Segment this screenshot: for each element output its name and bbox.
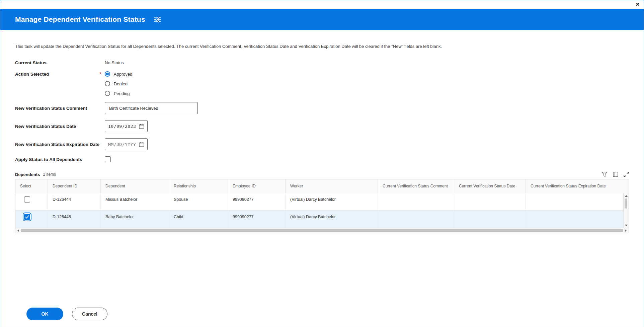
radio-unselected-icon[interactable] [105, 81, 110, 86]
manage-dependent-verification-dialog: ✕ Manage Dependent Verification Status T… [0, 0, 644, 327]
scroll-right-icon[interactable] [623, 228, 628, 233]
expand-grid-icon[interactable] [624, 172, 629, 177]
scroll-up-icon[interactable] [624, 193, 629, 198]
calendar-icon[interactable] [139, 142, 144, 147]
radio-denied-label: Denied [114, 81, 128, 86]
required-asterisk: * [99, 71, 101, 77]
cell-dependent: Baby Batchelor [101, 211, 169, 228]
freeze-columns-icon[interactable] [613, 172, 618, 177]
radio-approved-label: Approved [114, 72, 133, 77]
action-selected-field: Action Selected * Approved Denied Pendin… [15, 71, 629, 96]
new-expiration-date-input[interactable]: MM/DD/YYYY [105, 138, 148, 150]
new-status-date-field: New Verification Status Date 10/09/2023 [15, 120, 629, 132]
row-select-cell [15, 211, 48, 228]
ok-button[interactable]: OK [26, 308, 63, 320]
table-row[interactable]: D-126444 Missus Batchelor Spouse 9990902… [15, 193, 623, 211]
new-expiration-date-field: New Verification Status Expiration Date … [15, 138, 629, 150]
cell-current-expiration-date [526, 211, 535, 228]
instruction-text: This task will update the Dependent Veri… [15, 44, 629, 49]
table-horizontal-scrollbar[interactable] [15, 228, 629, 233]
col-current-status-date[interactable]: Current Verification Status Date [454, 179, 526, 193]
vertical-scroll-thumb[interactable] [625, 198, 627, 209]
cell-current-comment [378, 211, 454, 228]
col-current-expiration-date[interactable]: Current Verification Status Expiration D… [526, 179, 623, 193]
new-status-date-value: 10/09/2023 [108, 124, 136, 129]
cell-employee-id: 999090277 [228, 193, 286, 210]
cell-employee-id: 999090277 [228, 211, 286, 228]
cell-relationship: Spouse [169, 193, 228, 210]
grid-item-count: 2 items [43, 172, 56, 177]
radio-pending-label: Pending [114, 91, 130, 96]
row-select-cell [15, 193, 48, 210]
table-body: D-126444 Missus Batchelor Spouse 9990902… [15, 193, 629, 228]
new-comment-value: Birth Certificate Recieved [109, 106, 158, 111]
col-select[interactable]: Select [15, 179, 48, 193]
col-current-comment[interactable]: Current Verification Status Comment [378, 179, 454, 193]
dialog-header: Manage Dependent Verification Status [0, 9, 644, 30]
col-dependent-id[interactable]: Dependent ID [48, 179, 101, 193]
new-expiration-date-placeholder: MM/DD/YYYY [108, 142, 136, 147]
dialog-body: This task will update the Dependent Veri… [0, 44, 644, 233]
dependents-table: Select Dependent ID Dependent Relationsh… [15, 179, 629, 228]
cell-dependent: Missus Batchelor [101, 193, 169, 210]
cell-current-status-date [454, 193, 526, 210]
radio-approved[interactable]: Approved [105, 71, 133, 77]
new-status-date-label: New Verification Status Date [15, 124, 105, 129]
page-title: Manage Dependent Verification Status [15, 15, 145, 23]
new-comment-field: New Verification Status Comment Birth Ce… [15, 102, 629, 114]
radio-pending[interactable]: Pending [105, 91, 133, 96]
cell-dependent-id: D-126444 [48, 193, 101, 210]
cell-dependent-id: D-126445 [48, 211, 101, 228]
table-header-row: Select Dependent ID Dependent Relationsh… [15, 179, 629, 193]
apply-all-field: Apply Status to All Dependents [15, 156, 629, 162]
table-vertical-scrollbar[interactable] [623, 193, 629, 228]
close-icon[interactable]: ✕ [635, 1, 640, 8]
action-radio-group: Approved Denied Pending [105, 71, 133, 96]
grid-title: Dependents [15, 172, 40, 177]
radio-selected-icon[interactable] [105, 71, 110, 77]
col-employee-id[interactable]: Employee ID [228, 179, 286, 193]
row-checkbox[interactable] [24, 196, 30, 202]
radio-unselected-icon[interactable] [105, 91, 110, 96]
grid-toolbar [601, 172, 629, 177]
table-row[interactable]: D-126445 Baby Batchelor Child 999090277 … [15, 211, 623, 228]
scroll-down-icon[interactable] [624, 223, 629, 228]
col-worker[interactable]: Worker [286, 179, 378, 193]
check-icon [25, 215, 29, 219]
new-comment-label: New Verification Status Comment [15, 106, 105, 111]
new-status-date-input[interactable]: 10/09/2023 [105, 120, 148, 132]
action-selected-label: Action Selected [15, 71, 105, 77]
apply-all-label: Apply Status to All Dependents [15, 157, 105, 162]
cell-worker: (Virtual) Darcy Batchelor [286, 211, 378, 228]
dependents-grid-header: Dependents 2 items [15, 172, 629, 177]
related-actions-icon[interactable] [154, 17, 161, 22]
cell-current-status-date [454, 211, 526, 228]
current-status-field: Current Status No Status [15, 60, 629, 65]
cell-current-expiration-date [526, 193, 535, 210]
new-expiration-date-label: New Verification Status Expiration Date [15, 142, 105, 147]
current-status-label: Current Status [15, 60, 105, 65]
calendar-icon[interactable] [139, 124, 144, 129]
apply-all-checkbox[interactable] [105, 156, 111, 162]
horizontal-scroll-thumb[interactable] [21, 229, 623, 232]
row-checkbox-checked[interactable] [24, 214, 30, 220]
cell-relationship: Child [169, 211, 228, 228]
scroll-left-icon[interactable] [16, 228, 21, 233]
col-relationship[interactable]: Relationship [169, 179, 228, 193]
titlebar: ✕ [0, 0, 644, 9]
cell-current-comment [378, 193, 454, 210]
cell-worker: (Virtual) Darcy Batchelor [286, 193, 378, 210]
filter-icon[interactable] [601, 172, 608, 177]
col-dependent[interactable]: Dependent [101, 179, 169, 193]
new-comment-input[interactable]: Birth Certificate Recieved [105, 102, 198, 114]
cancel-button[interactable]: Cancel [72, 308, 107, 320]
radio-denied[interactable]: Denied [105, 81, 133, 86]
dialog-footer: OK Cancel [0, 301, 644, 327]
current-status-value: No Status [105, 60, 124, 65]
